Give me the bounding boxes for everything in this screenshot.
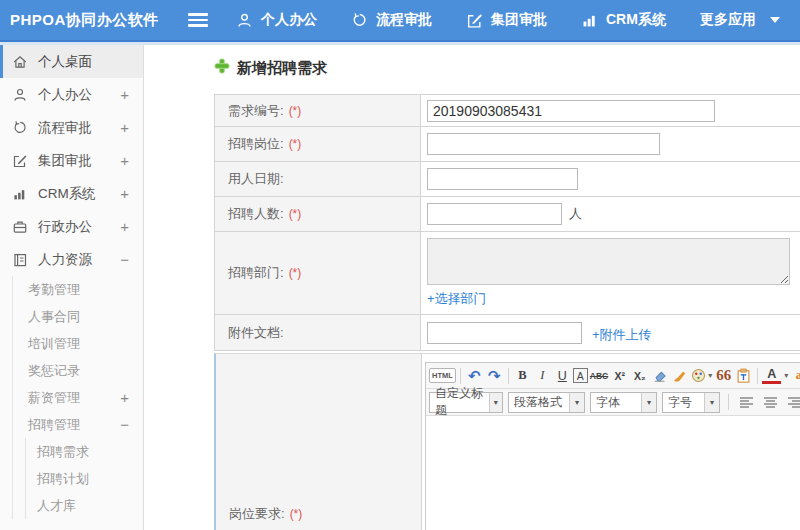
sidebar-item-label: 奖惩记录: [28, 362, 80, 380]
bar-chart-icon: [12, 186, 29, 202]
font-color-button[interactable]: A: [762, 368, 781, 384]
expand-icon[interactable]: +: [120, 390, 129, 405]
sidebar-item-recruit-plan[interactable]: 招聘计划: [26, 465, 143, 492]
top-nav: 个人办公 流程审批 集团审批: [236, 11, 780, 29]
sidebar-item-label: 人事合同: [28, 308, 80, 326]
briefcase-icon: [12, 219, 29, 235]
sidebar-item-group-approval[interactable]: 集团审批 +: [0, 144, 143, 177]
color-palette-icon[interactable]: ▾: [690, 366, 713, 386]
nav-crm-system[interactable]: CRM系统: [581, 11, 666, 29]
hr-submenu: 考勤管理 人事合同 培训管理 奖惩记录 薪资管理 + 招聘管理 −: [12, 276, 143, 519]
expand-icon[interactable]: +: [120, 219, 129, 234]
form-row-demand-no: 需求编号: (*): [214, 95, 800, 127]
sidebar-item-personal-office[interactable]: 个人办公 +: [0, 78, 143, 111]
subscript-button[interactable]: X₂: [630, 366, 649, 386]
field-label: 需求编号: (*): [215, 95, 421, 126]
align-left-icon[interactable]: [737, 392, 756, 412]
sidebar-item-crm-system[interactable]: CRM系统 +: [0, 177, 143, 210]
process-icon: [351, 12, 368, 29]
sidebar-item-personnel-contract[interactable]: 人事合同: [13, 303, 143, 330]
html-source-button[interactable]: HTML: [429, 368, 456, 383]
edit-icon: [12, 153, 29, 169]
app-window: PHPOA协同办公软件 个人办公 流程审批: [0, 0, 800, 530]
sidebar-item-personal-desktop[interactable]: 个人桌面: [0, 45, 143, 78]
sidebar-item-human-resources[interactable]: 人力资源 −: [0, 243, 143, 276]
main-content: 新增招聘需求 需求编号: (*) 招聘岗位: (*): [144, 45, 800, 530]
font-family-select[interactable]: 字体 ▾: [590, 392, 657, 413]
undo-icon[interactable]: ↶: [465, 366, 484, 386]
recruit-demand-form: 需求编号: (*) 招聘岗位: (*): [214, 94, 800, 351]
job-requirements-editor-area[interactable]: [426, 416, 800, 530]
format-brush-icon[interactable]: [670, 366, 689, 386]
sidebar-item-admin-office[interactable]: 行政办公 +: [0, 210, 143, 243]
nav-label: 流程审批: [376, 11, 432, 29]
sidebar-item-recruit-demand[interactable]: 招聘需求: [26, 438, 143, 465]
underline-button[interactable]: U: [553, 366, 572, 386]
expand-icon[interactable]: +: [120, 87, 129, 102]
italic-button[interactable]: I: [533, 366, 552, 386]
required-marker: (*): [289, 137, 302, 151]
process-icon: [12, 120, 29, 136]
nav-label: CRM系统: [606, 11, 666, 29]
sidebar-item-talent-pool[interactable]: 人才库: [26, 492, 143, 519]
sidebar-item-attendance-mgmt[interactable]: 考勤管理: [13, 276, 143, 303]
nav-group-approval[interactable]: 集团审批: [466, 11, 547, 29]
collapse-icon[interactable]: −: [120, 417, 129, 432]
form-row-department: 招聘部门: (*) +选择部门: [214, 232, 800, 315]
custom-title-select[interactable]: 自定义标题 ▾: [429, 392, 503, 413]
sidebar-item-label: 培训管理: [28, 335, 80, 353]
headcount-input[interactable]: [427, 203, 562, 225]
sidebar-item-label: 个人桌面: [38, 53, 92, 71]
border-text-button[interactable]: A: [573, 368, 588, 383]
caret-down-icon: [770, 17, 780, 23]
sidebar-item-label: 招聘需求: [37, 443, 89, 461]
collapse-icon[interactable]: −: [120, 252, 129, 267]
required-marker: (*): [289, 266, 302, 280]
field-label: 招聘岗位: (*): [215, 127, 421, 161]
select-department-link[interactable]: +选择部门: [427, 290, 487, 308]
align-center-icon[interactable]: [761, 392, 780, 412]
form-row-headcount: 招聘人数: (*) 人: [214, 197, 800, 232]
hamburger-menu-icon[interactable]: [188, 13, 208, 27]
nav-more-apps[interactable]: 更多应用: [700, 11, 780, 29]
strikethrough-button[interactable]: ABC: [589, 366, 609, 386]
hire-date-input[interactable]: [427, 168, 578, 190]
superscript-button[interactable]: X²: [610, 366, 629, 386]
nav-label: 集团审批: [491, 11, 547, 29]
sidebar: 个人桌面 个人办公 + 流程审批 +: [0, 45, 144, 530]
blockquote-button[interactable]: 66: [714, 366, 733, 386]
demand-no-input[interactable]: [427, 100, 715, 122]
sidebar-item-process-approval[interactable]: 流程审批 +: [0, 111, 143, 144]
paragraph-format-select[interactable]: 段落格式 ▾: [508, 392, 585, 413]
align-right-icon[interactable]: [785, 392, 800, 412]
caret-down-icon: ▾: [704, 393, 719, 412]
eraser-icon[interactable]: [650, 366, 669, 386]
user-icon: [12, 87, 29, 103]
sidebar-item-label: 招聘管理: [28, 416, 80, 434]
attachment-input[interactable]: [427, 322, 582, 344]
attachment-upload-link[interactable]: +附件上传: [592, 326, 652, 344]
sidebar-item-label: CRM系统: [38, 185, 96, 203]
department-textarea[interactable]: [427, 238, 790, 285]
expand-icon[interactable]: +: [120, 153, 129, 168]
bold-button[interactable]: B: [513, 366, 532, 386]
bar-chart-icon: [581, 12, 598, 29]
page-title-text: 新增招聘需求: [237, 59, 327, 78]
font-size-select[interactable]: 字号 ▾: [662, 392, 720, 413]
nav-process-approval[interactable]: 流程审批: [351, 11, 432, 29]
sidebar-item-reward-punishment[interactable]: 奖惩记录: [13, 357, 143, 384]
redo-icon[interactable]: ↷: [485, 366, 504, 386]
position-input[interactable]: [427, 133, 660, 155]
paste-text-icon[interactable]: [734, 366, 753, 386]
sidebar-item-label: 薪资管理: [28, 389, 80, 407]
sidebar-item-recruit-mgmt[interactable]: 招聘管理 −: [13, 411, 143, 438]
expand-icon[interactable]: +: [120, 186, 129, 201]
user-icon: [236, 12, 253, 29]
nav-personal-office[interactable]: 个人办公: [236, 11, 317, 29]
sidebar-item-training-mgmt[interactable]: 培训管理: [13, 330, 143, 357]
field-label: 招聘部门: (*): [215, 232, 421, 314]
expand-icon[interactable]: +: [120, 120, 129, 135]
sidebar-item-salary-mgmt[interactable]: 薪资管理 +: [13, 384, 143, 411]
sidebar-item-label: 人才库: [37, 497, 76, 515]
highlight-color-button[interactable]: a: [789, 366, 800, 386]
